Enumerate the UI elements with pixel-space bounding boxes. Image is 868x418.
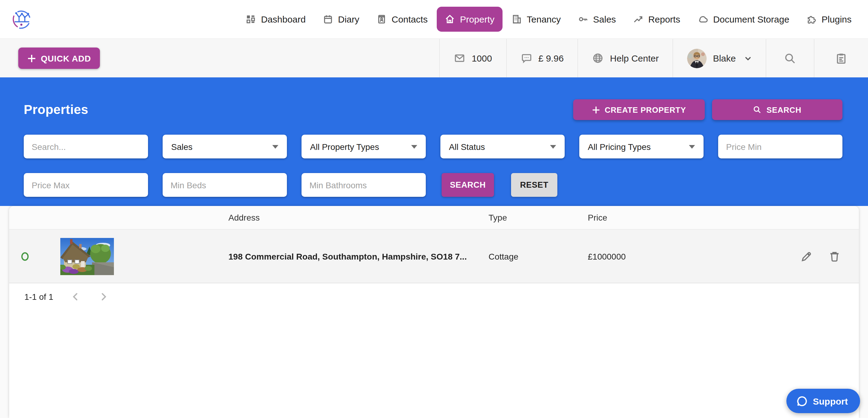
search-icon bbox=[784, 52, 796, 64]
min-bathrooms-input[interactable] bbox=[302, 173, 426, 197]
nav-item-sales[interactable]: Sales bbox=[570, 7, 624, 32]
nav-item-label: Contacts bbox=[392, 14, 428, 24]
puzzle-icon bbox=[806, 14, 817, 24]
nav-item-label: Diary bbox=[338, 14, 360, 24]
price-min-field[interactable] bbox=[718, 135, 842, 158]
nav-item-label: Plugins bbox=[822, 14, 851, 24]
header-search-button[interactable]: SEARCH bbox=[712, 99, 842, 120]
status-radio[interactable] bbox=[21, 252, 29, 261]
quick-add-label: QUICK ADD bbox=[41, 53, 91, 63]
row-actions bbox=[800, 250, 841, 262]
column-header-type: Type bbox=[489, 213, 507, 222]
toolbar: QUICK ADD 1000 bbox=[0, 39, 868, 78]
nav-item-contacts[interactable]: Contacts bbox=[369, 7, 436, 32]
column-header-price: Price bbox=[588, 213, 607, 222]
property-type-value: All Property Types bbox=[310, 142, 379, 151]
price-min-input[interactable] bbox=[718, 135, 842, 158]
min-beds-input[interactable] bbox=[163, 173, 287, 197]
column-header-address: Address bbox=[228, 213, 260, 222]
plus-icon bbox=[27, 54, 36, 62]
nav-item-label: Document Storage bbox=[713, 14, 789, 24]
user-menu[interactable]: Blake bbox=[673, 39, 766, 78]
pagination-prev-icon[interactable] bbox=[71, 292, 81, 301]
email-counter[interactable]: 1000 bbox=[439, 39, 506, 78]
caret-down-icon bbox=[689, 145, 695, 148]
quick-add-button[interactable]: QUICK ADD bbox=[18, 48, 100, 69]
price-max-field[interactable] bbox=[24, 173, 148, 197]
cloud-icon bbox=[697, 14, 708, 24]
nav-item-document-storage[interactable]: Document Storage bbox=[689, 7, 797, 32]
top-navigation: Dashboard Diary bbox=[0, 0, 868, 39]
price-max-input[interactable] bbox=[24, 173, 148, 197]
balance-value: £ 9.96 bbox=[538, 53, 563, 63]
status-select[interactable]: All Status bbox=[440, 135, 565, 158]
min-bathrooms-field[interactable] bbox=[302, 173, 426, 197]
user-name: Blake bbox=[713, 53, 736, 63]
nav-item-reports[interactable]: Reports bbox=[625, 7, 688, 32]
pagination-next-icon[interactable] bbox=[99, 292, 109, 301]
keyword-search-input[interactable] bbox=[24, 135, 148, 158]
edit-pencil-icon[interactable] bbox=[800, 250, 812, 262]
filters-reset-button[interactable]: RESET bbox=[511, 173, 557, 197]
sms-balance[interactable]: £ 9.96 bbox=[506, 39, 578, 78]
nav-item-dashboard[interactable]: Dashboard bbox=[238, 7, 314, 32]
nav-item-label: Property bbox=[460, 14, 494, 24]
mail-icon bbox=[454, 52, 466, 64]
support-chat-icon bbox=[796, 395, 807, 407]
app-logo-icon[interactable] bbox=[11, 9, 32, 30]
global-search-button[interactable] bbox=[766, 39, 814, 78]
filters-row-1: Sales All Property Types All Status All … bbox=[24, 135, 868, 158]
key-icon bbox=[578, 14, 588, 24]
results-panel: Address Type Price bbox=[9, 206, 859, 418]
nav-item-label: Tenancy bbox=[527, 14, 561, 24]
page-title: Properties bbox=[24, 102, 88, 117]
tasks-clipboard-button[interactable] bbox=[814, 39, 868, 78]
caret-down-icon bbox=[411, 145, 417, 148]
caret-down-icon bbox=[272, 145, 278, 148]
keyword-search-field[interactable] bbox=[24, 135, 148, 158]
globe-icon bbox=[592, 52, 604, 64]
dashboard-grid-icon bbox=[246, 14, 256, 24]
home-icon bbox=[445, 14, 455, 24]
filters-row-2: SEARCH RESET bbox=[24, 173, 868, 197]
row-price: £1000000 bbox=[588, 251, 626, 261]
category-select-value: Sales bbox=[171, 142, 192, 151]
property-type-select[interactable]: All Property Types bbox=[302, 135, 426, 158]
nav-menu: Dashboard Diary bbox=[238, 7, 860, 32]
nav-item-label: Reports bbox=[648, 14, 680, 24]
support-label: Support bbox=[813, 396, 848, 406]
help-center[interactable]: Help Center bbox=[578, 39, 673, 78]
category-select[interactable]: Sales bbox=[163, 135, 287, 158]
chat-bubble-icon bbox=[521, 52, 532, 64]
nav-item-label: Dashboard bbox=[261, 14, 306, 24]
table-row[interactable]: 198 Commercial Road, Southampton, Hampsh… bbox=[9, 230, 859, 283]
chevron-down-icon bbox=[744, 55, 752, 62]
trending-up-icon bbox=[633, 14, 643, 24]
email-count-value: 1000 bbox=[472, 53, 492, 63]
min-beds-field[interactable] bbox=[163, 173, 287, 197]
user-avatar bbox=[687, 49, 707, 68]
pricing-type-select[interactable]: All Pricing Types bbox=[579, 135, 704, 158]
nav-item-diary[interactable]: Diary bbox=[315, 7, 367, 32]
delete-trash-icon[interactable] bbox=[828, 250, 841, 262]
plus-icon bbox=[592, 106, 600, 114]
pricing-type-value: All Pricing Types bbox=[588, 142, 651, 151]
property-thumbnail bbox=[60, 238, 114, 275]
search-icon bbox=[753, 106, 762, 114]
nav-item-plugins[interactable]: Plugins bbox=[799, 7, 860, 32]
create-property-label: CREATE PROPERTY bbox=[604, 105, 686, 114]
toolbar-right: 1000 £ 9.96 bbox=[439, 39, 868, 78]
calendar-icon bbox=[323, 14, 333, 24]
table-header: Address Type Price bbox=[9, 206, 859, 230]
pagination-label: 1-1 of 1 bbox=[24, 292, 53, 301]
nav-item-property[interactable]: Property bbox=[437, 7, 502, 32]
status-value: All Status bbox=[449, 142, 485, 151]
header-search-label: SEARCH bbox=[767, 105, 802, 114]
help-center-label: Help Center bbox=[610, 53, 659, 63]
nav-item-tenancy[interactable]: Tenancy bbox=[504, 7, 569, 32]
filters-search-button[interactable]: SEARCH bbox=[442, 173, 494, 197]
create-property-button[interactable]: CREATE PROPERTY bbox=[573, 99, 705, 120]
support-button[interactable]: Support bbox=[786, 389, 860, 413]
contact-card-icon bbox=[376, 14, 387, 24]
row-type: Cottage bbox=[489, 251, 518, 261]
